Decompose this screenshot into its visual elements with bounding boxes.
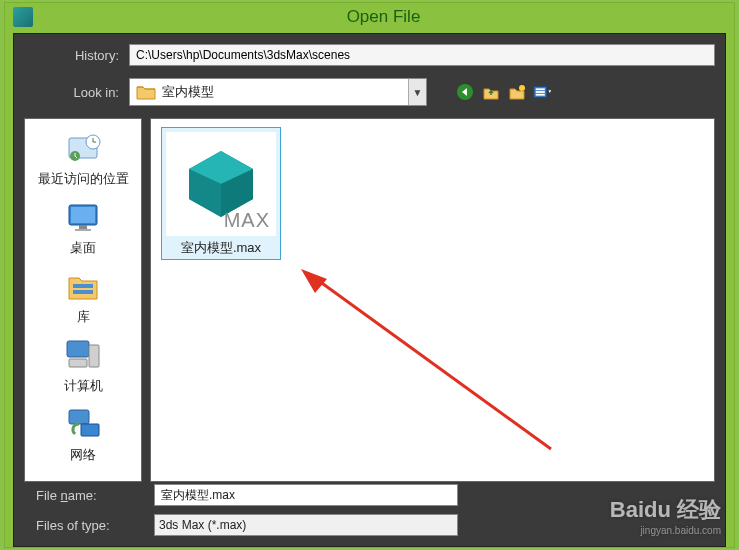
- open-file-dialog: Open File History: Look in: 室内模型 ▼: [4, 2, 735, 548]
- sidebar-item-label: 库: [77, 308, 90, 326]
- filename-label: File name:: [24, 488, 144, 503]
- sidebar-item-computer[interactable]: 计算机: [58, 332, 108, 397]
- sidebar-item-desktop[interactable]: 桌面: [58, 194, 108, 259]
- svg-rect-11: [79, 225, 87, 229]
- sidebar-item-libraries[interactable]: 库: [58, 263, 108, 328]
- file-item-selected[interactable]: MAX 室内模型.max: [161, 127, 281, 260]
- up-folder-icon[interactable]: [481, 82, 501, 102]
- svg-rect-5: [536, 94, 545, 96]
- lookin-combo[interactable]: 室内模型 ▼: [129, 78, 427, 106]
- window-title: Open File: [33, 7, 734, 27]
- chevron-down-icon[interactable]: ▼: [408, 79, 426, 105]
- svg-rect-12: [75, 229, 91, 231]
- new-folder-icon[interactable]: [507, 82, 527, 102]
- svg-line-24: [319, 281, 551, 449]
- main-area: 最近访问的位置 桌面 库 计算机 网络: [14, 118, 725, 482]
- desktop-icon: [62, 196, 104, 238]
- dialog-body: History: Look in: 室内模型 ▼: [13, 33, 726, 547]
- sidebar-item-recent[interactable]: 最近访问的位置: [34, 125, 133, 190]
- computer-icon: [62, 334, 104, 376]
- thumb-badge: MAX: [224, 209, 270, 232]
- back-icon[interactable]: [455, 82, 475, 102]
- svg-rect-15: [67, 341, 89, 357]
- annotation-arrow: [301, 269, 561, 459]
- filetype-label: Files of type:: [24, 518, 144, 533]
- file-name-label: 室内模型.max: [166, 239, 276, 257]
- svg-marker-25: [301, 269, 327, 293]
- recent-places-icon: [62, 127, 104, 169]
- svg-rect-4: [536, 91, 545, 93]
- sidebar-item-label: 最近访问的位置: [38, 170, 129, 188]
- bottom-controls: File name: Files of type:: [14, 480, 725, 540]
- filename-input[interactable]: [154, 484, 458, 506]
- file-thumbnail: MAX: [166, 132, 276, 236]
- history-select[interactable]: [129, 44, 715, 66]
- svg-rect-17: [69, 359, 87, 367]
- network-icon: [62, 403, 104, 445]
- history-row: History:: [14, 34, 725, 72]
- filename-row: File name:: [14, 480, 725, 510]
- view-menu-icon[interactable]: [533, 82, 553, 102]
- places-sidebar: 最近访问的位置 桌面 库 计算机 网络: [24, 118, 142, 482]
- sidebar-item-label: 桌面: [70, 239, 96, 257]
- titlebar: Open File: [5, 3, 734, 31]
- libraries-icon: [62, 265, 104, 307]
- svg-rect-3: [536, 88, 545, 90]
- svg-rect-19: [81, 424, 99, 436]
- folder-icon: [136, 83, 156, 101]
- svg-point-1: [519, 85, 525, 91]
- file-list-pane[interactable]: MAX 室内模型.max: [150, 118, 715, 482]
- filetype-select[interactable]: [154, 514, 458, 536]
- lookin-label: Look in:: [24, 85, 119, 100]
- sidebar-item-label: 计算机: [64, 377, 103, 395]
- sidebar-item-label: 网络: [70, 446, 96, 464]
- lookin-row: Look in: 室内模型 ▼: [14, 72, 725, 116]
- lookin-toolbar: [455, 82, 553, 102]
- svg-rect-14: [73, 290, 93, 294]
- lookin-text: 室内模型: [162, 83, 408, 101]
- svg-rect-16: [89, 345, 99, 367]
- history-label: History:: [24, 48, 119, 63]
- svg-rect-18: [69, 410, 89, 424]
- filetype-row: Files of type:: [14, 510, 725, 540]
- app-icon: [13, 7, 33, 27]
- svg-rect-13: [73, 284, 93, 288]
- svg-rect-10: [71, 207, 95, 223]
- sidebar-item-network[interactable]: 网络: [58, 401, 108, 466]
